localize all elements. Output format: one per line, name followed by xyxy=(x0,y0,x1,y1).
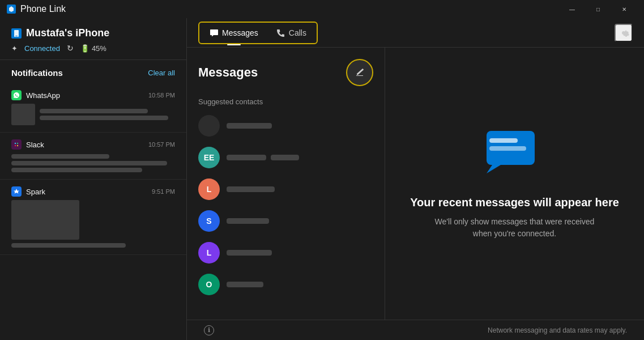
slack-app-name: Slack xyxy=(26,141,44,149)
device-status: ✦ Connected ↻ 🔋 45% xyxy=(11,44,175,53)
svg-marker-10 xyxy=(487,165,501,173)
spark-content xyxy=(11,200,175,240)
calls-tab-icon xyxy=(276,28,285,37)
spark-time: 9:51 PM xyxy=(152,188,175,195)
tabs-container: Messages Calls xyxy=(198,22,318,44)
spark-icon xyxy=(11,186,22,197)
notif-header-spark: Spark 9:51 PM xyxy=(11,186,175,197)
whatsapp-text-lines xyxy=(40,104,175,125)
whatsapp-app-name: WhatsApp xyxy=(26,91,60,100)
notif-header-whatsapp: WhatsApp 10:58 PM xyxy=(11,90,175,100)
device-name-row: Mustafa's iPhone xyxy=(11,27,175,39)
refresh-icon[interactable]: ↻ xyxy=(67,44,74,53)
notif-app-info-whatsapp: WhatsApp xyxy=(11,90,60,100)
contact-list: EE L S xyxy=(198,114,373,296)
maximize-button[interactable]: □ xyxy=(585,0,611,18)
device-name-label: Mustafa's iPhone xyxy=(26,27,109,39)
placeholder-title: Your recent messages will appear here xyxy=(410,196,619,209)
main-layout: Mustafa's iPhone ✦ Connected ↻ 🔋 45% Not… xyxy=(0,18,644,340)
contact-avatar-2: EE xyxy=(198,147,220,168)
contact-avatar-3: L xyxy=(198,178,220,200)
notifications-header: Notifications Clear all xyxy=(0,60,186,83)
battery-info: 🔋 45% xyxy=(80,44,106,53)
tab-bar: Messages Calls xyxy=(187,18,644,48)
slack-content xyxy=(11,153,175,172)
notif-line-s3 xyxy=(11,168,142,172)
messages-tab-label: Messages xyxy=(222,28,258,37)
contact-avatar-4: S xyxy=(198,210,220,232)
whatsapp-content xyxy=(11,104,175,125)
tab-messages[interactable]: Messages xyxy=(202,25,266,41)
svg-rect-8 xyxy=(489,138,518,143)
close-button[interactable]: ✕ xyxy=(611,0,637,18)
battery-level: 45% xyxy=(92,44,106,53)
svg-point-5 xyxy=(17,145,18,146)
messages-tab-icon xyxy=(210,28,219,37)
titlebar-controls: — □ ✕ xyxy=(559,0,637,18)
battery-icon: 🔋 xyxy=(80,44,89,53)
slack-icon xyxy=(11,139,22,150)
slack-time: 10:57 PM xyxy=(148,141,175,148)
notifications-title: Notifications xyxy=(11,68,63,78)
connected-status: Connected xyxy=(24,44,60,53)
contact-name-4 xyxy=(227,218,269,224)
contact-avatar-5: L xyxy=(198,242,220,264)
contact-item-4[interactable]: S xyxy=(198,209,373,233)
contact-item-5[interactable]: L xyxy=(198,241,373,265)
notif-header-slack: Slack 10:57 PM xyxy=(11,139,175,150)
contact-name-6 xyxy=(227,282,263,287)
bluetooth-icon: ✦ xyxy=(11,44,18,53)
whatsapp-icon xyxy=(11,90,22,100)
settings-button[interactable] xyxy=(615,24,633,42)
svg-rect-2 xyxy=(15,36,18,36)
notif-line-1 xyxy=(40,109,148,113)
messages-title: Messages xyxy=(198,65,258,80)
notifications-section: Notifications Clear all WhatsApp 10:58 P… xyxy=(0,60,186,340)
notif-line-s2 xyxy=(11,161,167,165)
connected-label: Connected xyxy=(24,44,60,53)
notif-app-info-slack: Slack xyxy=(11,139,44,150)
compose-button[interactable] xyxy=(346,59,373,86)
contact-item-6[interactable]: O xyxy=(198,273,373,296)
svg-point-6 xyxy=(15,145,16,146)
messages-header: Messages xyxy=(198,59,373,86)
suggested-contacts-label: Suggested contacts xyxy=(198,97,373,106)
spark-app-name: Spark xyxy=(26,188,45,196)
svg-point-4 xyxy=(17,143,18,144)
contact-item-3[interactable]: L xyxy=(198,177,373,201)
clear-all-button[interactable]: Clear all xyxy=(148,69,175,77)
placeholder-panel: Your recent messages will appear here We… xyxy=(385,48,644,320)
contact-item-1[interactable] xyxy=(198,114,373,138)
tab-calls[interactable]: Calls xyxy=(268,25,314,41)
contact-name-1 xyxy=(227,123,272,129)
notification-slack[interactable]: Slack 10:57 PM xyxy=(0,133,186,180)
notification-spark[interactable]: Spark 9:51 PM xyxy=(0,180,186,255)
info-icon[interactable]: ℹ xyxy=(204,325,214,335)
notif-line-2 xyxy=(40,116,168,120)
svg-point-3 xyxy=(15,143,16,144)
contact-item-2[interactable]: EE xyxy=(198,146,373,169)
contact-avatar-1 xyxy=(198,115,220,137)
bottom-bar: ℹ Network messaging and data rates may a… xyxy=(187,320,644,340)
device-icon xyxy=(11,28,22,39)
bottom-bar-note: Network messaging and data rates may app… xyxy=(488,326,627,334)
compose-icon xyxy=(354,67,365,78)
spark-thumbnail xyxy=(11,200,79,240)
content-area: Messages Suggested contacts xyxy=(187,48,644,320)
sidebar: Mustafa's iPhone ✦ Connected ↻ 🔋 45% Not… xyxy=(0,18,187,340)
notif-app-info-spark: Spark xyxy=(11,186,45,197)
contact-avatar-6: O xyxy=(198,274,220,295)
whatsapp-thumbnail xyxy=(11,104,35,125)
calls-tab-label: Calls xyxy=(289,28,306,37)
svg-rect-9 xyxy=(489,146,526,151)
contact-name-2b xyxy=(271,155,299,160)
minimize-button[interactable]: — xyxy=(559,0,585,18)
notification-whatsapp[interactable]: WhatsApp 10:58 PM xyxy=(0,83,186,133)
placeholder-subtitle: We'll only show messages that were recei… xyxy=(430,216,600,240)
contact-name-5 xyxy=(227,250,272,256)
slack-text-lines xyxy=(11,153,175,172)
phone-link-icon xyxy=(7,5,16,14)
titlebar-title: Phone Link xyxy=(20,4,66,14)
contact-name-2a xyxy=(227,155,266,160)
whatsapp-time: 10:58 PM xyxy=(148,92,175,99)
